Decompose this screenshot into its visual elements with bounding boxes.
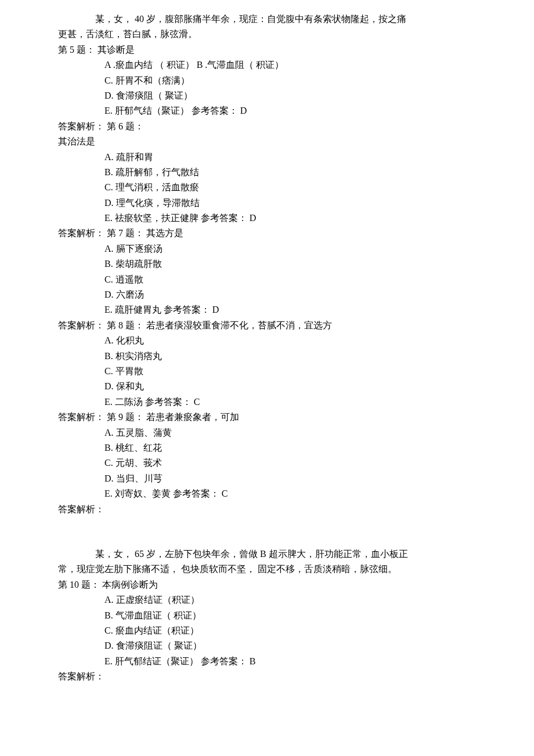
q7-option-c: C. 逍遥散 [58, 272, 505, 287]
q9-final-analysis: 答案解析： [58, 502, 505, 517]
q7-option-a: A. 膈下逐瘀汤 [58, 241, 505, 256]
case-2-intro-line1: 某，女， 65 岁，左胁下包块年余，曾做 B 超示脾大，肝功能正常，血小板正 [58, 547, 505, 562]
q10-option-e: E. 肝气郁结证（聚证） 参考答案： B [58, 654, 505, 669]
q7-option-e: E. 疏肝健胃丸 参考答案： D [58, 302, 505, 317]
question-10-header: 第 10 题： 本病例诊断为 [58, 577, 505, 592]
q8-option-a: A. 化积丸 [58, 333, 505, 348]
q6-option-a: A. 疏肝和胃 [58, 150, 505, 165]
q8-option-c: C. 平胃散 [58, 364, 505, 379]
q10-option-d: D. 食滞痰阻证（ 聚证） [58, 638, 505, 653]
q8-option-d: D. 保和丸 [58, 379, 505, 394]
q8-option-e: E. 二陈汤 参考答案： C [58, 395, 505, 410]
q9-analysis-header: 答案解析： 第 9 题： 若患者兼瘀象者，可加 [58, 410, 505, 425]
q8-option-b: B. 枳实消痞丸 [58, 349, 505, 364]
q5-option-ab: A .瘀血内结 （ 积证） B .气滞血阻（ 积证） [58, 57, 505, 73]
q5-option-e: E. 肝郁气结（聚证） 参考答案： D [58, 103, 505, 118]
section-spacer [58, 517, 505, 532]
q7-analysis-header: 答案解析： 第 7 题： 其选方是 [58, 226, 505, 241]
q6-analysis-header: 答案解析： 第 6 题： [58, 119, 505, 134]
q6-option-c: C. 理气消积，活血散瘀 [58, 180, 505, 195]
q10-option-b: B. 气滞血阻证（ 积证） [58, 608, 505, 623]
q5-option-c: C. 肝胃不和（痞满） [58, 73, 505, 88]
q9-option-b: B. 桃红、红花 [58, 440, 505, 455]
q10-final-analysis: 答案解析： [58, 669, 505, 684]
q6-option-d: D. 理气化痰，导滞散结 [58, 196, 505, 211]
q9-option-c: C. 元胡、莪术 [58, 455, 505, 471]
q5-option-d: D. 食滞痰阻（ 聚证） [58, 88, 505, 103]
q10-option-c: C. 瘀血内结证（积证） [58, 623, 505, 638]
q9-option-e: E. 刘寄奴、姜黄 参考答案： C [58, 486, 505, 501]
q9-option-a: A. 五灵脂、蒲黄 [58, 425, 505, 440]
question-5-header: 第 5 题： 其诊断是 [58, 42, 505, 57]
q6-option-b: B. 疏肝解郁，行气散结 [58, 165, 505, 180]
case-1-intro-line2: 更甚，舌淡红，苔白腻，脉弦滑。 [58, 27, 505, 42]
case-1-intro-line1: 某，女， 40 岁，腹部胀痛半年余，现症：自觉腹中有条索状物隆起，按之痛 [58, 12, 505, 27]
q7-option-d: D. 六磨汤 [58, 287, 505, 302]
q6-option-e: E. 祛瘀软坚，扶正健脾 参考答案： D [58, 211, 505, 226]
q6-sub-header: 其治法是 [58, 134, 505, 149]
section-spacer [58, 531, 505, 547]
case-2-intro-line2: 常，现症觉左肋下胀痛不适， 包块质软而不坚， 固定不移，舌质淡稍暗，脉弦细。 [58, 562, 505, 577]
q7-option-b: B. 柴胡疏肝散 [58, 256, 505, 272]
q10-option-a: A. 正虚瘀结证（积证） [58, 592, 505, 607]
q8-analysis-header: 答案解析： 第 8 题： 若患者痰湿较重食滞不化，苔腻不消，宜选方 [58, 318, 505, 333]
q9-option-d: D. 当归、川芎 [58, 471, 505, 486]
